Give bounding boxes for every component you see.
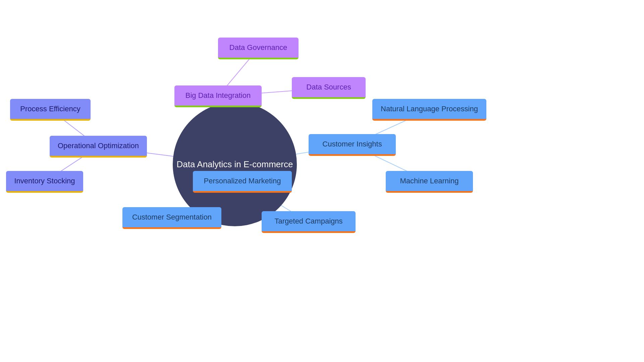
center-label: Data Analytics in E-commerce — [177, 159, 293, 170]
node-nlp: Natural Language Processing — [372, 99, 486, 121]
node-big-data: Big Data Integration — [174, 85, 262, 107]
node-data-governance: Data Governance — [218, 38, 299, 59]
node-data-sources: Data Sources — [292, 77, 366, 99]
node-customer-segmentation: Customer Segmentation — [122, 207, 221, 229]
node-personalized-marketing: Personalized Marketing — [193, 171, 292, 193]
node-operational-opt: Operational Optimization — [50, 136, 147, 158]
node-machine-learning: Machine Learning — [386, 171, 473, 193]
node-customer-insights: Customer Insights — [309, 134, 396, 156]
node-inventory-stocking: Inventory Stocking — [6, 171, 83, 193]
node-targeted-campaigns: Targeted Campaigns — [262, 211, 356, 233]
node-process-efficiency: Process Efficiency — [10, 99, 91, 121]
